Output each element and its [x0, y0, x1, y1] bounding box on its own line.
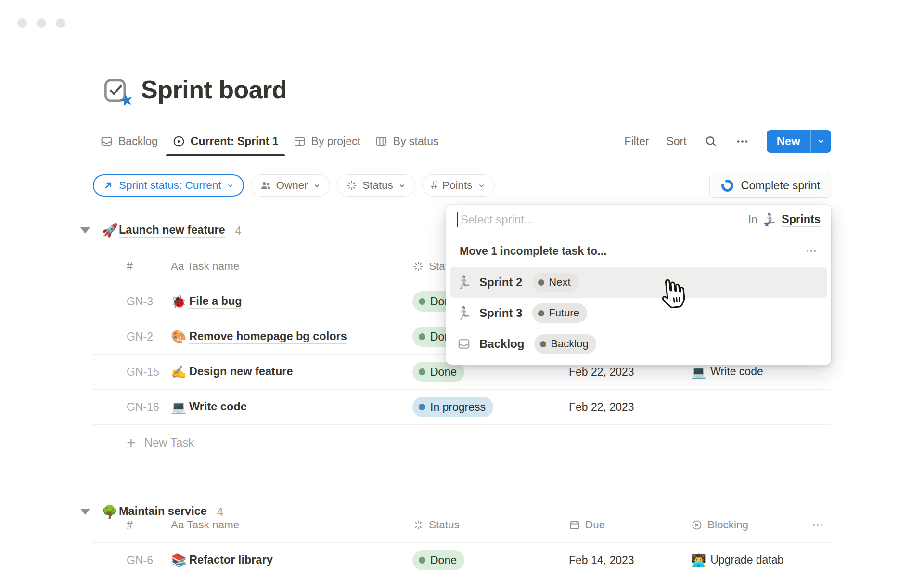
column-header-task-name[interactable]: Aa Task name: [171, 519, 412, 531]
tab-by-status[interactable]: By status: [368, 127, 446, 156]
group-title-link[interactable]: Launch new feature: [119, 223, 225, 238]
task-name-link[interactable]: Write code: [189, 400, 247, 414]
due-date[interactable]: Feb 22, 2023: [569, 401, 691, 414]
window-controls: [17, 18, 65, 28]
group-count: 4: [235, 224, 242, 237]
status-badge[interactable]: Done: [412, 550, 464, 570]
column-header-label: Status: [429, 519, 460, 531]
more-icon[interactable]: [811, 519, 831, 531]
task-name-link[interactable]: Refactor library: [189, 553, 273, 567]
tab-label: By status: [393, 135, 439, 148]
task-name-link[interactable]: Remove homepage bg colors: [189, 330, 347, 344]
tab-label: Backlog: [118, 135, 158, 148]
column-header-label: Due: [585, 519, 605, 531]
tab-label: Current: Sprint 1: [191, 135, 279, 148]
chip-label: Sprint status: Current: [119, 179, 221, 192]
dropdown-options: 🏃 Sprint 2 Next 🏃 Sprint 3 Future Backlo…: [446, 267, 831, 359]
tab-backlog[interactable]: Backlog: [93, 127, 165, 156]
chevron-down-icon: [226, 182, 234, 190]
option-label: Sprint 3: [479, 306, 522, 320]
option-backlog[interactable]: Backlog Backlog: [450, 328, 827, 359]
filter-chip-sprint-status[interactable]: Sprint status: Current: [93, 174, 244, 197]
window-dot[interactable]: [56, 18, 65, 28]
option-label: Backlog: [479, 337, 524, 351]
task-id: GN-15: [93, 366, 171, 379]
tab-by-project[interactable]: By project: [286, 127, 368, 156]
column-header-blocking[interactable]: Blocking: [691, 519, 811, 531]
more-icon[interactable]: [735, 134, 749, 148]
chevron-down-icon: [313, 182, 321, 190]
scope-name-link[interactable]: Sprints: [782, 213, 821, 227]
hash-icon: #: [431, 180, 437, 191]
checkbox-star-icon[interactable]: ★: [103, 76, 129, 103]
table-row[interactable]: GN-16 💻 Write code In progress Feb 22, 2…: [93, 389, 831, 425]
sprint-status-badge: Backlog: [534, 334, 596, 354]
chevron-down-icon: [477, 182, 486, 190]
column-header-id[interactable]: #: [93, 260, 171, 273]
column-header-label: Blocking: [707, 519, 748, 531]
sprint-search-input[interactable]: [460, 212, 748, 227]
status-dot-icon: [419, 404, 425, 410]
blocking-task-link[interactable]: Write code: [710, 365, 763, 379]
filter-button[interactable]: Filter: [624, 135, 649, 148]
chevron-down-icon[interactable]: [811, 136, 831, 146]
new-task-button[interactable]: + New Task: [93, 425, 831, 460]
status-dot-icon: [419, 368, 425, 375]
search-icon[interactable]: [704, 134, 718, 148]
new-task-label: New Task: [144, 436, 194, 449]
more-icon[interactable]: [805, 245, 818, 257]
column-header-label: Aa Task name: [171, 260, 239, 273]
blocking-task-link[interactable]: Upgrade datab: [710, 553, 783, 567]
spinner-icon: [412, 519, 424, 531]
badge-label: Backlog: [551, 338, 588, 350]
blocking-task-emoji: 💻: [691, 365, 706, 379]
status-badge[interactable]: Done: [412, 362, 464, 382]
due-date[interactable]: Feb 22, 2023: [569, 366, 691, 379]
task-id: GN-16: [93, 401, 171, 414]
task-emoji: 💻: [171, 400, 189, 415]
due-date[interactable]: Feb 14, 2023: [569, 554, 691, 567]
filter-chip-status[interactable]: Status: [337, 174, 415, 197]
runner-icon: 🏃: [457, 275, 471, 290]
collapse-toggle-icon[interactable]: [80, 509, 90, 515]
column-header-id[interactable]: #: [93, 519, 171, 532]
task-id: GN-2: [93, 330, 171, 343]
task-name-link[interactable]: Design new feature: [189, 365, 293, 379]
sort-button[interactable]: Sort: [666, 135, 686, 148]
inbox-icon: [457, 337, 471, 351]
tab-current-sprint[interactable]: Current: Sprint 1: [165, 127, 286, 156]
blocking-task-emoji: 👨‍💻: [691, 553, 706, 567]
status-badge[interactable]: In progress: [412, 397, 493, 417]
task-name-link[interactable]: File a bug: [189, 295, 242, 309]
collapse-toggle-icon[interactable]: [80, 227, 90, 234]
complete-sprint-button[interactable]: Complete sprint: [709, 173, 831, 198]
column-header-task-name[interactable]: Aa Task name: [171, 260, 412, 273]
task-id: GN-3: [93, 295, 171, 308]
filter-chip-points[interactable]: # Points: [422, 174, 495, 197]
chevron-down-icon: [398, 182, 406, 190]
window-dot[interactable]: [37, 18, 46, 28]
status-dot-icon: [419, 333, 425, 340]
table-row[interactable]: GN-6 📚 Refactor library Done Feb 14, 202…: [93, 542, 831, 578]
blocking-cell[interactable]: 👨‍💻 Upgrade datab: [691, 553, 811, 567]
blocking-cell[interactable]: 💻 Write code: [691, 365, 811, 379]
page-title: Sprint board: [141, 75, 287, 104]
dropdown-search-row: In 🏃 ★ Sprints: [446, 205, 831, 235]
column-header-due[interactable]: Due: [569, 519, 691, 531]
column-header-status[interactable]: Status: [412, 519, 569, 531]
search-scope[interactable]: In 🏃 ★ Sprints: [748, 213, 821, 227]
window-dot[interactable]: [17, 18, 27, 28]
filter-chip-owner[interactable]: Owner: [251, 174, 330, 197]
inbox-icon: [100, 135, 113, 148]
option-sprint-3[interactable]: 🏃 Sprint 3 Future: [450, 298, 827, 328]
new-button[interactable]: New: [767, 130, 831, 153]
badge-label: Future: [549, 307, 579, 319]
option-sprint-2[interactable]: 🏃 Sprint 2 Next: [450, 267, 827, 298]
blocked-circle-icon: [691, 519, 703, 531]
badge-label: Next: [549, 276, 570, 289]
sprint-status-badge: Next: [532, 273, 578, 292]
status-dot-icon: [538, 310, 544, 316]
chip-label: Owner: [276, 179, 308, 192]
option-label: Sprint 2: [479, 276, 522, 289]
sprints-database-icon: 🏃 ★: [762, 213, 777, 227]
